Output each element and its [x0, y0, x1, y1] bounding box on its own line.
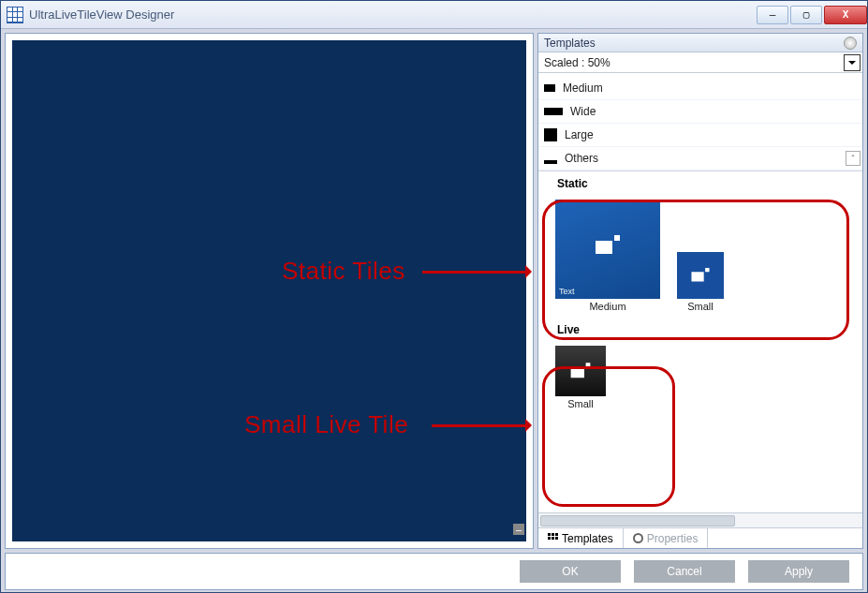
templates-panel-title: Templates [544, 37, 596, 50]
size-item-others[interactable]: Others ˆ [538, 147, 862, 170]
close-button[interactable]: X [824, 6, 867, 24]
tile-inner-text: Text [559, 287, 575, 296]
group-header-static: Static [538, 171, 861, 194]
canvas-panel: – [5, 33, 534, 549]
tab-templates[interactable]: Templates [538, 528, 624, 548]
panel-tabs: Templates Properties [538, 527, 862, 548]
tile-icon [569, 361, 592, 381]
dialog-button-row: OK Cancel Apply [5, 553, 863, 590]
tile-static-medium[interactable]: Text Medium [555, 200, 660, 312]
canvas-collapse-icon[interactable]: – [513, 524, 524, 535]
tile-caption: Small [567, 398, 594, 409]
large-swatch-icon [544, 128, 557, 141]
size-label: Others [565, 152, 598, 165]
work-area: – Templates Scaled : 50% Medium Wide Lar… [1, 29, 867, 549]
scale-label: Scaled : 50% [544, 56, 611, 69]
tiles-scroll-content[interactable]: Static Text Medium [538, 171, 862, 512]
live-tiles-row: Small [538, 340, 861, 415]
dropdown-icon[interactable] [844, 54, 861, 71]
tiles-scroll-pane: Static Text Medium [538, 170, 862, 512]
window-title: UltraLiveTileView Designer [29, 7, 174, 22]
tile-caption: Small [687, 301, 714, 312]
scrollbar-thumb[interactable] [540, 515, 735, 526]
tile-caption: Medium [589, 301, 625, 312]
tile-static-small[interactable]: Small [677, 252, 724, 312]
templates-panel: Templates Scaled : 50% Medium Wide Large [537, 33, 863, 549]
size-item-wide[interactable]: Wide [538, 100, 862, 124]
size-list: Medium Wide Large Others ˆ [538, 73, 862, 170]
tile-medium-preview: Text [555, 200, 660, 299]
wide-swatch-icon [544, 108, 563, 115]
size-label: Large [565, 128, 594, 141]
scale-dropdown[interactable]: Scaled : 50% [538, 52, 862, 73]
cancel-button[interactable]: Cancel [634, 560, 735, 583]
window-buttons: — ▢ X [755, 6, 867, 24]
group-header-live: Live [538, 318, 861, 340]
templates-panel-header: Templates [538, 34, 862, 52]
size-label: Medium [563, 82, 603, 95]
properties-tab-icon [633, 533, 643, 543]
size-label: Wide [570, 105, 596, 118]
apply-button[interactable]: Apply [748, 560, 849, 583]
tab-label: Templates [562, 532, 613, 545]
size-item-large[interactable]: Large [538, 124, 862, 147]
tab-properties[interactable]: Properties [624, 528, 709, 548]
size-item-medium[interactable]: Medium [538, 77, 862, 100]
tile-icon [594, 233, 622, 258]
static-tiles-row: Text Medium Small [538, 194, 861, 318]
tile-icon [690, 266, 711, 285]
tile-live-small-preview [555, 346, 606, 396]
minimize-button[interactable]: — [757, 6, 788, 24]
other-swatch-icon [544, 160, 557, 164]
horizontal-scrollbar[interactable] [538, 512, 862, 527]
tab-label: Properties [647, 532, 699, 545]
templates-tab-icon [548, 533, 558, 543]
tile-small-preview [677, 252, 724, 299]
design-canvas[interactable]: – [12, 40, 526, 541]
expand-icon[interactable]: ˆ [846, 151, 861, 166]
medium-swatch-icon [544, 84, 555, 92]
maximize-button[interactable]: ▢ [790, 6, 822, 24]
title-bar: UltraLiveTileView Designer — ▢ X [1, 1, 867, 29]
tile-live-small[interactable]: Small [555, 346, 606, 409]
app-icon [7, 7, 23, 23]
pin-icon[interactable] [844, 37, 857, 50]
ok-button[interactable]: OK [520, 560, 621, 583]
